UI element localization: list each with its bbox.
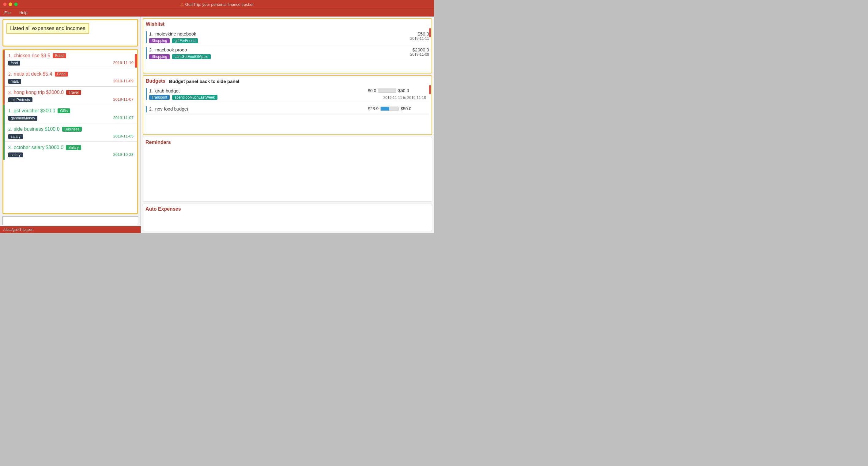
income-item-1: 1. gst voucher $300.0 Gifts gahmenMoney …: [5, 105, 137, 123]
item-tag: gahmenMoney: [8, 116, 37, 121]
budget-left: 1. grab budget Transport spentTooMuchLas…: [146, 88, 368, 100]
wish-amount: $50.0: [392, 31, 429, 36]
wish-tag-cantget: cantGetEnufOfApple: [172, 54, 211, 59]
window-title: GuiltTrip: your personal finance tracker: [185, 2, 254, 7]
wish-left: 1. moleskine notebook Shopping giftForFr…: [146, 31, 392, 43]
item-amount: $3.5: [41, 53, 50, 59]
item-badge: Business: [62, 127, 82, 132]
item-tag: salary: [8, 153, 23, 157]
item-date: 2019-10-28: [113, 152, 134, 157]
budgets-header: Budgets Budget panel back to side panel: [146, 79, 429, 84]
app-icon: ⚠: [180, 2, 184, 6]
wish-right: $50.0 2019-11-11: [392, 31, 429, 41]
item-name: mala at deck: [14, 71, 42, 77]
expense-section: 1. chicken rice $3.5 Food food 2019-11-1…: [3, 50, 137, 105]
expense-item-1: 1. chicken rice $3.5 Food food 2019-11-1…: [5, 50, 137, 68]
budget-right-2: $23.9 $50.0: [368, 106, 429, 111]
reminders-title: Reminders: [146, 139, 429, 145]
main-layout: Listed all expenses and incomes 1. chick…: [0, 17, 434, 233]
expense-item-3: 3. hong kong trip $2000.0 Travel joinPro…: [5, 86, 137, 105]
item-amount: $2000.0: [46, 90, 64, 95]
item-tag: salary: [8, 134, 23, 139]
item-tag: joinProtests: [8, 97, 32, 102]
maximize-button[interactable]: [14, 2, 18, 6]
command-input[interactable]: [5, 218, 136, 223]
budget-right: $0.0 $50.0: [368, 88, 429, 93]
item-name: chicken rice: [14, 53, 39, 59]
item-name: october salary: [14, 145, 45, 150]
budgets-scrollbar[interactable]: [429, 85, 431, 94]
traffic-lights: [3, 2, 18, 6]
budget-left-2: 2. nov food budget: [146, 106, 368, 112]
wish-number: 2.: [149, 48, 153, 52]
item-number: 3.: [8, 145, 12, 150]
wish-right-2: $2000.0 2019-11-08: [392, 47, 429, 57]
budget-total: $50.0: [398, 88, 409, 93]
budget-number: 1.: [149, 89, 153, 93]
lists-area[interactable]: 1. chicken rice $3.5 Food food 2019-11-1…: [2, 49, 138, 214]
status-path: ./data/guiltTrip.json: [2, 227, 33, 232]
wish-amount-2: $2000.0: [392, 47, 429, 52]
wish-date-2: 2019-11-08: [392, 52, 429, 57]
item-date: 2019-11-05: [113, 134, 134, 138]
item-amount: $3000.0: [45, 145, 63, 150]
item-name: side business: [14, 126, 43, 132]
item-number: 2.: [8, 127, 12, 132]
wish-date: 2019-11-11: [392, 36, 429, 41]
menu-bar: File Help: [0, 8, 434, 17]
wishlist-item-1: 1. moleskine notebook Shopping giftForFr…: [146, 29, 429, 45]
wishlist-item-2: 2. macbook prooo Shopping cantGetEnufOfA…: [146, 45, 429, 61]
item-name: hong kong trip: [14, 90, 45, 95]
wish-name: moleskine notebook: [155, 31, 196, 36]
budget-bar: [378, 89, 396, 93]
wishlist-scrollbar[interactable]: [429, 28, 431, 37]
item-date: 2019-11-09: [113, 79, 134, 83]
item-date: 2019-11-10: [113, 60, 134, 65]
wish-name: macbook prooo: [155, 47, 187, 52]
wishlist-title: Wishlist: [146, 22, 429, 27]
status-bar: ./data/guiltTrip.json: [0, 226, 141, 233]
budgets-title: Budgets: [146, 79, 165, 84]
reminders-section: Reminders: [143, 137, 432, 202]
item-number: 3.: [8, 90, 12, 95]
output-area: Listed all expenses and incomes: [2, 19, 138, 46]
wish-left: 2. macbook prooo Shopping cantGetEnufOfA…: [146, 47, 392, 59]
item-amount: $100.0: [45, 126, 60, 132]
wishlist-section: Wishlist 1. moleskine notebook Shopping …: [143, 19, 432, 73]
budget-item-2: 2. nov food budget $23.9 $50.0: [146, 104, 429, 115]
wish-tag-shopping2: Shopping: [149, 54, 170, 59]
scrollbar-thumb: [135, 54, 137, 68]
budget-tag-transport: Transport: [149, 95, 170, 100]
item-amount: $5.4: [42, 71, 52, 77]
item-badge: Travel: [66, 90, 81, 95]
income-section: 1. gst voucher $300.0 Gifts gahmenMoney …: [3, 105, 137, 160]
item-name: gst voucher: [14, 108, 39, 114]
budget-spent: $0.0: [368, 88, 376, 93]
budget-number-2: 2.: [149, 106, 153, 112]
budget-name: grab budget: [155, 88, 180, 93]
item-badge: Salary: [66, 145, 81, 150]
budget-panel-label: Budget panel back to side panel: [169, 79, 239, 84]
wish-number: 1.: [149, 32, 153, 36]
income-item-3: 3. october salary $3000.0 Salary salary …: [5, 142, 137, 160]
item-badge: Gifts: [58, 108, 70, 113]
minimize-button[interactable]: [8, 2, 12, 6]
close-button[interactable]: [3, 2, 7, 6]
output-message: Listed all expenses and incomes: [6, 23, 89, 34]
command-input-area[interactable]: [2, 216, 138, 225]
item-amount: $300.0: [40, 108, 55, 114]
budget-item-1: 1. grab budget Transport spentTooMuchLas…: [146, 86, 429, 102]
menu-help[interactable]: Help: [18, 10, 29, 15]
item-date: 2019-11-07: [113, 116, 134, 120]
item-badge: Food: [53, 53, 66, 58]
wish-tag-shopping: Shopping: [149, 38, 170, 43]
budget-date-range: 2019-11-11 to 2019-11-18: [383, 96, 426, 100]
budgets-section: Budgets Budget panel back to side panel …: [143, 75, 432, 135]
item-tag: food: [8, 61, 20, 65]
menu-file[interactable]: File: [3, 10, 12, 15]
income-item-2: 2. side business $100.0 Business salary …: [5, 123, 137, 142]
left-panel: Listed all expenses and incomes 1. chick…: [0, 17, 141, 233]
item-date: 2019-11-07: [113, 97, 134, 102]
expense-item-2: 2. mala at deck $5.4 Food mala 2019-11-0…: [5, 68, 137, 86]
lists-scrollbar[interactable]: [135, 52, 137, 214]
